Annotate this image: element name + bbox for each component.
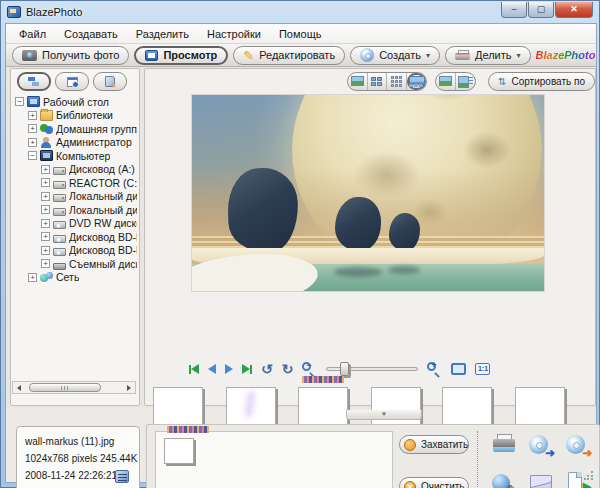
email-button[interactable] [528,471,554,488]
close-button[interactable]: ✕ [555,2,593,18]
tree-item-floppy-a[interactable]: +Дисковод (A:) [13,163,137,177]
tab-folder-tree[interactable] [17,72,51,91]
expander-icon[interactable]: + [41,192,50,201]
menu-create[interactable]: Создавать [55,26,127,42]
thumbnail-forest-sky[interactable] [371,387,421,427]
thumbnail-lightning[interactable] [226,387,276,427]
tree-item-computer[interactable]: −Компьютер [13,149,137,163]
last-image-button[interactable] [242,361,252,377]
share-button[interactable]: Делить ▾ [445,46,531,65]
menu-settings[interactable]: Настройки [198,26,270,42]
rock-graphic [335,197,381,251]
tree-item-dvd-rw[interactable]: +DVD RW дисково [13,217,137,231]
expander-icon[interactable]: + [41,205,50,214]
rotate-right-button[interactable]: ↻ [282,361,294,377]
thumbnail-city-night[interactable] [298,387,348,427]
capture-tray[interactable] [155,431,393,488]
burn-cd-button[interactable]: ➜ [528,434,554,458]
collapse-bottom-panel-button[interactable]: ▼ [346,410,422,420]
tree-item-removable-disk[interactable]: +Съемный диск (K [13,257,137,271]
title-bar[interactable]: BlazePhoto – ▢ ✕ [1,1,599,23]
expander-icon[interactable]: + [41,178,50,187]
maximize-button[interactable]: ▢ [528,2,554,18]
folder-tree: −Рабочий стол +Библиотеки +Домашняя груп… [13,95,137,379]
tree-item-reactor-c[interactable]: +REACTOR (C:) [13,176,137,190]
expander-icon[interactable]: − [15,97,24,106]
tree-item-bd-rom-2[interactable]: +Дисковод BD-RO [13,244,137,258]
app-icon [7,6,21,18]
scroll-left-arrow[interactable] [13,382,25,393]
view-mode-button[interactable]: Просмотр [134,46,228,65]
html-album-button[interactable]: ✎ [491,471,517,488]
filmstrip-view-button[interactable] [407,73,426,90]
thumbnail-night-statue[interactable] [153,387,203,427]
user-icon [40,137,53,148]
main-panel: ⇅ Сортировать по [144,68,596,406]
client-area: Файл Создавать Разделить Настройки Помощ… [5,23,597,483]
tree-item-network[interactable]: +Сеть [13,271,137,285]
zoom-slider-thumb[interactable] [340,362,349,376]
burn-dvd-button[interactable]: ➜ [565,434,591,458]
expander-icon[interactable]: + [28,111,37,120]
actual-size-button[interactable]: 1:1 [475,361,490,377]
tree-item-desktop[interactable]: −Рабочий стол [13,95,137,109]
expander-icon[interactable]: + [28,124,37,133]
grid-3x3-icon [391,76,402,87]
tree-item-homegroup[interactable]: +Домашняя группа [13,122,137,136]
expander-icon[interactable]: + [41,232,50,241]
single-view-button[interactable] [348,73,368,90]
sidebar-horizontal-scrollbar[interactable] [12,381,136,394]
fit-to-window-button[interactable] [451,361,466,377]
thumbnail-sunset-lake[interactable] [442,387,492,427]
first-image-button[interactable] [189,361,199,377]
zoom-in-button[interactable]: + [427,362,442,377]
expander-icon[interactable]: + [41,219,50,228]
minimize-button[interactable]: – [501,2,527,18]
print-button[interactable] [491,434,517,458]
tree-item-bd-rom-1[interactable]: +Дисковод BD-RO [13,230,137,244]
image-only-button[interactable] [436,73,456,90]
exif-info-icon[interactable] [115,470,129,483]
app-window: BlazePhoto – ▢ ✕ Файл Создавать Разделит… [0,0,600,488]
tab-calendar[interactable] [55,72,89,91]
bd-drive-icon [53,235,66,243]
menu-file[interactable]: Файл [10,26,55,42]
get-photo-button[interactable]: Получить фото [12,46,129,65]
zoom-slider[interactable] [326,362,418,376]
next-image-button[interactable] [225,361,233,377]
tab-album[interactable] [93,72,127,91]
removable-drive-icon [53,263,66,270]
clear-button[interactable]: ✕ Очистить [399,477,469,488]
expander-icon[interactable]: + [28,138,37,147]
tree-item-administrator[interactable]: +Администратор [13,136,137,150]
expander-icon[interactable]: + [28,273,37,282]
zoom-out-button[interactable]: − [302,362,317,377]
tree-item-local-disk-1[interactable]: +Локальный диск [13,190,137,204]
image-info-button[interactable] [456,73,475,90]
create-button[interactable]: Создать ▾ [350,46,440,65]
scroll-right-arrow[interactable] [123,382,135,393]
large-thumbs-button[interactable] [368,73,388,90]
sort-by-button[interactable]: ⇅ Сортировать по [488,72,595,91]
expander-icon[interactable]: + [41,165,50,174]
rotate-left-button[interactable]: ↺ [261,361,273,377]
tree-item-libraries[interactable]: +Библиотеки [13,109,137,123]
expander-icon[interactable]: + [41,259,50,268]
chevron-down-icon: ▾ [517,51,521,60]
tree-item-local-disk-2[interactable]: +Локальный диск [13,203,137,217]
capture-button[interactable]: Захватить [399,435,469,454]
previous-image-button[interactable] [208,361,216,377]
expander-icon[interactable]: − [28,151,37,160]
floppy-drive-icon [53,167,66,175]
resize-grip[interactable] [584,470,594,480]
menu-split[interactable]: Разделить [127,26,198,42]
scrollbar-thumb[interactable] [29,383,101,392]
bd-drive-icon [53,248,66,256]
expander-icon[interactable]: + [41,246,50,255]
sidebar-panel: −Рабочий стол +Библиотеки +Домашняя груп… [10,68,140,406]
edit-button[interactable]: ✎ Редактировать [233,46,345,65]
small-thumbs-button[interactable] [387,73,407,90]
menu-help[interactable]: Помощь [270,26,331,42]
tray-thumbnail-city-night[interactable] [164,438,194,464]
thumbnail-bright-sky[interactable] [515,387,565,427]
